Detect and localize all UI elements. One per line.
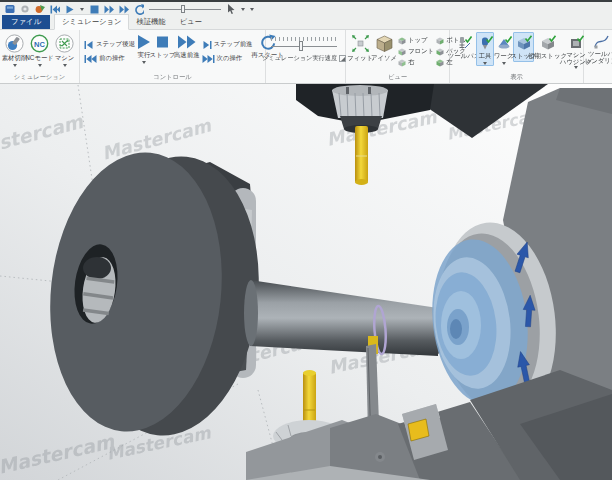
stop-icon-large: [156, 34, 169, 50]
toolpath-render-icon: [593, 34, 610, 50]
view-front-icon: [398, 48, 406, 56]
toolpath-render-button[interactable]: ツールパ レンダリン: [586, 32, 612, 64]
verify-icon[interactable]: [20, 4, 30, 14]
view-right-icon: [398, 59, 406, 67]
ribbon: 素材切削 NC NCモード マシン シミュレーション ステップ後退 前の操作: [0, 30, 612, 84]
upper-tool-yellow: [355, 126, 368, 183]
next-operation-button[interactable]: 次の操作: [202, 54, 253, 63]
svg-text:NC: NC: [34, 40, 45, 49]
speed-slider-thumb[interactable]: [299, 41, 303, 51]
run-icon: [137, 34, 151, 50]
ribbon-group-view: フィット アイソメ トップ フロント 右 ボトム: [346, 30, 450, 83]
stock-icon: [516, 35, 532, 51]
ribbon-group-control: ステップ後退 前の操作 実行 ストップ 高速前進 ステップ前進: [80, 30, 266, 83]
play-options-caret[interactable]: [80, 8, 84, 11]
step-back-button[interactable]: ステップ後退: [84, 40, 135, 49]
app-icon: [5, 4, 15, 14]
tab-file[interactable]: ファイル: [2, 15, 50, 29]
pointer-options-caret[interactable]: [241, 8, 245, 11]
ribbon-group-display: ツールパス 工具 ワーク ストック 初期ストック マシン ハウジング: [450, 30, 584, 83]
material-cut-caret[interactable]: [13, 64, 17, 67]
viewport-3d[interactable]: Mastercam Mastercam Mastercam Mastercam …: [0, 84, 612, 480]
backplot-icon[interactable]: [35, 4, 45, 14]
workpiece-icon: [496, 35, 512, 51]
tab-verification[interactable]: 検証機能: [129, 15, 172, 29]
tab-view[interactable]: ビュー: [173, 15, 209, 29]
tool-icon: [477, 35, 493, 51]
pointer-icon[interactable]: [226, 4, 236, 14]
fast-forward-icon[interactable]: [104, 4, 114, 14]
machine-sim-caret[interactable]: [63, 64, 67, 67]
material-cut-button[interactable]: 素材切削: [2, 32, 27, 67]
prev-operation-button[interactable]: 前の操作: [84, 54, 135, 63]
restart-icon[interactable]: [134, 4, 144, 14]
play-icon[interactable]: [65, 4, 75, 14]
nc-mode-button[interactable]: NC NCモード: [27, 32, 52, 67]
ribbon-group-render: ツールパ レンダリン: [584, 30, 612, 83]
step-forward-icon: [202, 41, 212, 49]
machine-housing-caret[interactable]: [574, 66, 578, 69]
ribbon-group-simulation: 素材切削 NC NCモード マシン シミュレーション: [0, 30, 80, 83]
initial-stock-toggle[interactable]: 初期ストック: [534, 32, 561, 62]
ribbon-group-speed: シミュレーション実行速度: [266, 30, 346, 83]
isometric-icon: [375, 34, 394, 53]
view-front-button[interactable]: フロント: [398, 47, 434, 56]
view-top-button[interactable]: トップ: [398, 36, 434, 45]
material-cut-icon: [5, 34, 24, 53]
machine-sim-icon: [55, 34, 74, 53]
machine-sim-button[interactable]: マシン: [52, 32, 77, 67]
speed-slider[interactable]: [271, 41, 337, 51]
step-back-icon: [84, 41, 94, 49]
stop-icon[interactable]: [89, 4, 99, 14]
tool-toggle[interactable]: 工具: [476, 32, 494, 66]
nc-mode-caret[interactable]: [38, 64, 42, 67]
prev-operation-icon: [84, 55, 97, 63]
run-caret[interactable]: [142, 61, 146, 64]
nc-mode-icon: NC: [30, 34, 49, 53]
skip-to-start-icon[interactable]: [50, 4, 60, 14]
view-left-icon: [436, 59, 444, 67]
toolpath-icon: [456, 35, 472, 51]
view-bottom-icon: [436, 37, 444, 45]
fit-button[interactable]: フィット: [348, 32, 372, 63]
fast-forward-icon-large: [177, 34, 197, 50]
machine-housing-icon: [568, 35, 584, 51]
step-forward-button[interactable]: ステップ前進: [202, 40, 253, 49]
workpiece-toggle-caret[interactable]: [502, 62, 506, 65]
qat-customize-caret[interactable]: [250, 8, 254, 11]
fit-icon: [351, 34, 370, 53]
skip-to-end-icon[interactable]: [119, 4, 129, 14]
initial-stock-icon: [540, 35, 556, 51]
speed-slider-mini[interactable]: [149, 4, 221, 14]
view-right-button[interactable]: 右: [398, 58, 434, 67]
toolpath-toggle[interactable]: ツールパス: [452, 32, 476, 62]
isometric-button[interactable]: アイソメ: [372, 32, 396, 63]
ribbon-tab-bar: ファイル シミュレーション 検証機能 ビュー: [0, 16, 612, 30]
view-back-icon: [436, 48, 444, 56]
stop-button[interactable]: ストップ: [151, 32, 174, 60]
next-operation-icon: [202, 55, 215, 63]
tab-simulation[interactable]: シミュレーション: [54, 14, 130, 30]
view-top-icon: [398, 37, 406, 45]
fast-forward-button[interactable]: 高速前進: [174, 32, 200, 60]
tool-toggle-caret[interactable]: [483, 62, 487, 65]
